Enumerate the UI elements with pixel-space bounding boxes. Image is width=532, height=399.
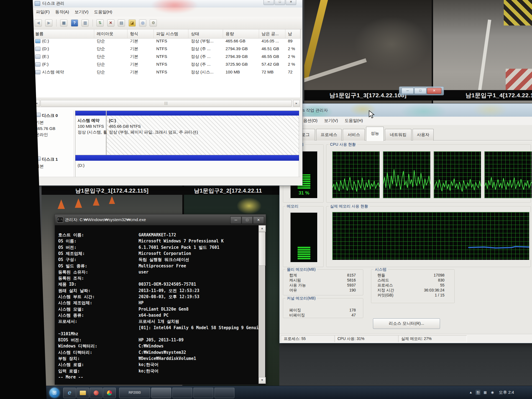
close-button[interactable]: ✕: [253, 216, 264, 224]
tab-프로세스[interactable]: 프로세스: [316, 129, 342, 141]
properties-icon[interactable]: ▤: [118, 19, 125, 27]
stat-value: 178: [311, 308, 356, 312]
cmd-titlebar[interactable]: C:\ 관리자: C:₩Windows₩system32₩cmd.exe ─ □…: [55, 214, 266, 225]
taskbar-window-button[interactable]: [193, 388, 213, 398]
cell-type: 기본: [127, 60, 154, 68]
menu-item[interactable]: 보기(V): [321, 117, 341, 123]
tab-서비스[interactable]: 서비스: [343, 129, 365, 141]
cell-type: 기본: [127, 45, 154, 53]
minimize-button[interactable]: ─: [264, 0, 274, 5]
delete-icon[interactable]: ✕: [107, 19, 114, 27]
console-tree-icon[interactable]: ▦: [60, 19, 67, 27]
taskbar-icon-media[interactable]: [90, 388, 103, 398]
minimize-button[interactable]: ─: [230, 216, 241, 224]
partition-d[interactable]: (D:): [75, 155, 299, 177]
volume-cell[interactable]: (F:): [33, 60, 94, 68]
search-icon[interactable]: ◎: [139, 19, 146, 27]
clock[interactable]: 오후 2:4: [499, 390, 514, 395]
cpu-history-graph-4: [484, 151, 532, 198]
settings-icon[interactable]: ⚙: [150, 19, 157, 27]
taskbar-window-button[interactable]: [151, 388, 171, 398]
open-folder-icon[interactable]: ◪: [129, 19, 136, 27]
scroll-right-arrow[interactable]: ▸: [293, 100, 300, 107]
disk1-name: 디스크 1: [42, 157, 58, 162]
partition-c[interactable]: (C:) 465.66 GB NTFS 정상 (부팅, 페이지 파일, 크래시 …: [106, 111, 299, 155]
console-line: OS 버전:6.1.7601 Service Pack 1 빌드 7601: [55, 245, 259, 251]
taskbar-window-button[interactable]: [214, 388, 234, 398]
tab-성능[interactable]: 성능: [366, 127, 384, 141]
volume-cell[interactable]: (D:): [33, 45, 94, 53]
tab-네트워킹[interactable]: 네트워킹: [385, 129, 411, 141]
menu-item[interactable]: 보기(V): [72, 7, 91, 15]
cell-pct: 2 %: [285, 53, 300, 60]
cctv-pane-top-right: 남1문입구1_4[172.4.22.1: [433, 0, 532, 103]
cpu-history-group: CPU 사용 현황: [326, 144, 531, 203]
taskbar-icon-folder[interactable]: [76, 388, 89, 398]
start-button[interactable]: ⊞: [49, 388, 60, 398]
cpu-history-graph-2: [383, 151, 431, 198]
disk-management-titlebar[interactable]: 디스크 관리 ─ □ ✕: [31, 0, 302, 8]
maximize-button[interactable]: □: [275, 0, 285, 5]
taskbar-icon-browser[interactable]: [103, 388, 116, 398]
menu-item[interactable]: 옵션(O): [300, 117, 321, 123]
stat-value: 1 / 15: [399, 293, 444, 297]
forward-icon[interactable]: ▶: [45, 19, 52, 27]
console-line: 부팅 장치:₩Device₩HarddiskVolume1: [55, 356, 259, 362]
taskbar-icon-ie[interactable]: e: [63, 388, 76, 398]
close-button[interactable]: ✕: [427, 88, 441, 94]
close-button[interactable]: ✕: [286, 0, 296, 5]
cell-capacity: 100 MB: [223, 68, 259, 76]
taskbar-window-button[interactable]: RP2000: [119, 388, 150, 398]
taskbar-window-button[interactable]: [172, 388, 192, 398]
back-icon[interactable]: ◀: [35, 19, 42, 27]
disk0-label-cell[interactable]: 디스크 0 기본 465.76 GB 온라인: [33, 111, 74, 155]
volume-cell[interactable]: (C:): [33, 37, 94, 45]
scroll-thumb[interactable]: |||: [40, 100, 292, 107]
console-line: 입력 로캘:ko;한국어: [55, 369, 259, 375]
stat-value: 17098: [399, 273, 444, 277]
cmd-scrollbar[interactable]: ▲ ▼: [259, 225, 265, 384]
volume-icon[interactable]: ◉: [490, 390, 495, 395]
cell-free: 46.51 GB: [259, 45, 285, 53]
stat-label: 프로세스: [377, 283, 393, 288]
task-manager-titlebar[interactable]: Windows 작업 관리자: [280, 104, 532, 117]
menu-item[interactable]: 도움말(H): [341, 117, 366, 123]
barrier-stripes: [504, 0, 532, 25]
disk-management-icon: [35, 1, 40, 6]
help-icon[interactable]: ?: [71, 19, 78, 27]
cpu-history-graph-3: [434, 151, 481, 198]
volume-cell[interactable]: (E:): [33, 53, 94, 60]
volume-cell[interactable]: 시스템 예약: [33, 68, 94, 76]
network-icon[interactable]: ▦: [483, 390, 488, 395]
partition-name: 시스템 예약: [78, 118, 99, 123]
status-processes: 프로세스: 55: [281, 335, 337, 342]
disk1-label-cell[interactable]: 디스크 1 기본: [33, 155, 74, 177]
tray-show-hidden-icon[interactable]: ▲: [468, 390, 473, 395]
tab-사용자[interactable]: 사용자: [413, 129, 434, 141]
scroll-thumb[interactable]: [259, 232, 265, 266]
stat-value: 8157: [311, 273, 356, 277]
mouse-cursor: [369, 110, 376, 119]
scroll-up-arrow[interactable]: ▲: [259, 225, 266, 232]
menu-item[interactable]: 도움말(H): [91, 7, 115, 15]
console-line: OS 빌드 종류:Multiprocessor Free: [55, 264, 259, 270]
scroll-down-arrow[interactable]: ▼: [259, 377, 266, 384]
show-hide-icon[interactable]: ▥: [81, 19, 89, 27]
stat-value: 5816: [311, 278, 356, 282]
maximize-button[interactable]: □: [242, 216, 253, 224]
minimize-button[interactable]: ─: [401, 88, 414, 94]
scroll-left-arrow[interactable]: ◂: [33, 100, 40, 107]
menu-item[interactable]: 동작(A): [52, 7, 72, 15]
cctv-bottom-right-bg: [279, 343, 532, 386]
partition-system-reserved[interactable]: 시스템 예약 100 MB NTFS 정상 (시스템, 활성: [75, 111, 106, 155]
resource-monitor-button[interactable]: 리소스 모니터(R)...: [373, 318, 440, 329]
maximize-button[interactable]: □: [414, 88, 426, 94]
horizontal-scrollbar[interactable]: ◂ ||| ▸: [32, 99, 301, 108]
cmd-console[interactable]: 호스트 이름:GARAKMARKET-172OS 이름:Microsoft Wi…: [55, 225, 259, 384]
ime-indicator[interactable]: 한: [475, 390, 480, 395]
partition-size: 465.66 GB NTFS: [109, 124, 141, 129]
menu-item[interactable]: 파일(F): [33, 7, 52, 15]
cell-status: 정상 (주 ...: [188, 60, 223, 68]
disk0-size: 465.76 GB: [35, 126, 55, 131]
refresh-icon[interactable]: ⇅: [96, 19, 104, 27]
